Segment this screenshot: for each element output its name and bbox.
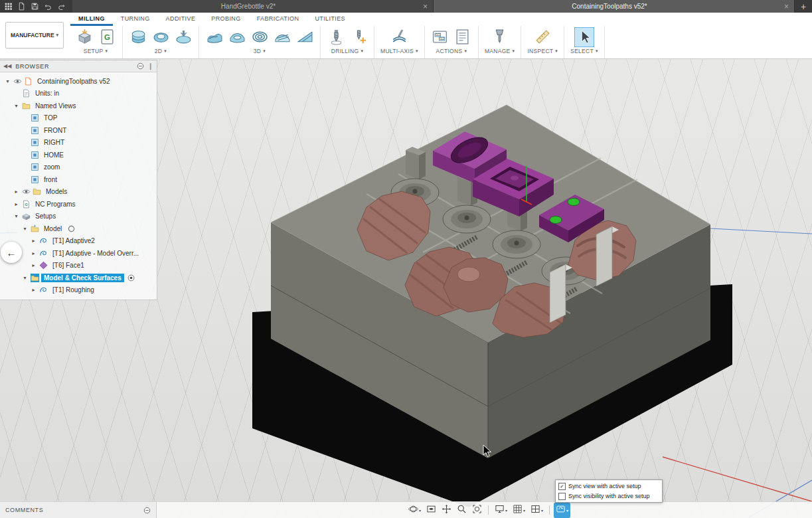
tree-item[interactable]: TOP [0,112,157,125]
ribbon-group-label[interactable]: SETUP▾ [84,48,108,54]
collapse-panel-icon[interactable]: ◀◀ [3,63,11,69]
close-tab-icon[interactable]: × [423,3,428,11]
tree-item[interactable]: ▸Models [0,186,157,199]
expander-open-icon[interactable]: ▾ [21,226,29,232]
fit-button[interactable] [470,503,484,518]
comments-bar[interactable]: COMMENTS [0,502,157,518]
comments-toggle-icon[interactable] [143,507,151,514]
active-setup-radio[interactable] [127,274,135,282]
tab-probing[interactable]: PROBING [203,13,248,26]
checkbox-icon[interactable]: ✓ [558,483,566,490]
tree-item-label: front [41,175,60,184]
viewport-canvas[interactable]: ◀◀ BROWSER ❙ ▾ContainingToolpaths v52Uni… [0,58,812,518]
expander-open-icon[interactable]: ▾ [21,275,29,281]
ribbon-group-label[interactable]: MANAGE▾ [485,48,515,54]
setup-sheet-button[interactable] [453,28,472,46]
tree-item[interactable]: ▸GNC Programs [0,198,157,211]
expander-closed-icon[interactable]: ▸ [30,250,37,256]
viewports-button[interactable]: ▾ [528,503,545,518]
3d-adaptive-button[interactable] [205,28,224,46]
sync-option[interactable]: Sync visibility with active setup [558,492,659,500]
tab-milling[interactable]: MILLING [70,13,113,26]
grid-settings-button[interactable]: ▾ [511,503,527,518]
tree-item[interactable]: ▾Model [0,222,157,235]
panel-display-toggle-icon[interactable] [137,62,144,70]
toolpath-icon [39,249,48,258]
chevron-down-icon: ▾ [56,33,59,38]
tree-item[interactable]: ▾Setups [0,211,157,223]
thread-button[interactable] [349,28,368,46]
zoom-button[interactable] [455,503,469,518]
expander-open-icon[interactable]: ▾ [13,103,20,109]
tree-item[interactable]: ▸[T1] Adaptive2 [0,235,157,248]
new-setup-button[interactable] [75,28,94,46]
expander-closed-icon[interactable]: ▸ [13,189,20,195]
sync-option[interactable]: ✓Sync view with active setup [558,482,659,490]
pan-button[interactable] [440,503,453,518]
expander-closed-icon[interactable]: ▸ [30,262,37,268]
redo-button[interactable] [57,2,66,11]
tree-item[interactable]: ▸[T1] Roughing [0,284,157,297]
tab-utilities[interactable]: UTILITIES [307,13,353,26]
expander-closed-icon[interactable]: ▸ [13,201,20,207]
orbit-button[interactable]: ▾ [406,503,423,518]
ribbon-group-label[interactable]: 3D▾ [254,48,266,54]
look-at-button[interactable] [424,503,438,518]
display-settings-button[interactable]: ▾ [493,503,509,518]
3d-parallel-button[interactable] [273,28,291,46]
ribbon-group-label[interactable]: MULTI-AXIS▾ [380,48,418,54]
2d-adaptive-button[interactable] [129,28,147,46]
undo-button[interactable] [44,2,52,11]
tree-item[interactable]: zoom [0,161,157,174]
measure-button[interactable] [533,28,552,46]
tree-item[interactable]: front [0,173,157,186]
tree-item[interactable]: Units: in [0,88,157,100]
expander-closed-icon[interactable]: ▸ [30,287,37,293]
tree-item[interactable]: ▾Model & Check Surfaces [0,272,157,284]
tree-item[interactable]: FRONT [0,124,157,137]
document-tab[interactable]: ContainingToolpaths v52*× [434,0,795,13]
tree-item[interactable]: ▾Named Views [0,100,157,112]
ribbon-group-label-text: MANAGE [485,48,511,54]
panel-drag-handle[interactable]: ❙ [148,63,153,70]
back-arrow-button[interactable]: ← [1,242,22,263]
tree-item[interactable]: ▸[T6] Face1 [0,260,157,272]
select-button[interactable] [575,28,594,46]
workspace-selector[interactable]: MANUFACTURE ▾ [5,22,64,48]
2d-pocket-button[interactable] [151,28,170,46]
expander-open-icon[interactable]: ▾ [13,213,20,219]
expander-closed-icon[interactable]: ▸ [30,238,37,244]
document-tab[interactable]: HandGrebottle v2*× [72,0,434,13]
checkbox-icon[interactable] [558,493,566,500]
new-nc-program-button[interactable]: G [98,28,116,46]
close-tab-icon[interactable]: × [784,3,789,11]
ribbon-group-label[interactable]: INSPECT▾ [527,48,558,54]
expander-open-icon[interactable]: ▾ [4,78,11,84]
tool-library-button[interactable] [491,28,509,46]
sync-settings-button[interactable]: ▾ [554,503,570,518]
ribbon-group-label[interactable]: SELECT▾ [570,48,598,54]
app-menu-button[interactable] [4,2,13,11]
3d-ramp-button[interactable] [295,28,314,46]
tab-turning[interactable]: TURNING [113,13,158,26]
save-button[interactable] [31,2,39,11]
3d-contour-button[interactable] [250,28,269,46]
ribbon-group-label[interactable]: DRILLING▾ [331,48,363,54]
tab-fabrication[interactable]: FABRICATION [249,13,307,26]
3d-pocket-button[interactable] [228,28,246,46]
tree-item[interactable]: HOME [0,149,157,161]
tree-item-label: [T6] Face1 [50,261,87,270]
new-tab-button[interactable]: + [795,1,812,12]
tree-item[interactable]: ▾ContainingToolpaths v52 [0,75,157,88]
ribbon-group-label[interactable]: ACTIONS▾ [436,48,467,54]
multi-axis-button[interactable] [390,28,408,46]
tab-additive[interactable]: ADDITIVE [158,13,204,26]
ribbon-group-label[interactable]: 2D▾ [155,48,167,54]
drill-button[interactable] [327,28,345,46]
file-button[interactable] [17,2,26,11]
ribbon-group-icons: G [75,27,116,47]
tree-item[interactable]: RIGHT [0,137,157,149]
tree-item[interactable]: ▸[T1] Adaptive - Model Overr... [0,247,157,260]
2d-face-button[interactable] [174,28,193,46]
post-process-button[interactable]: G1G2 [431,28,449,46]
